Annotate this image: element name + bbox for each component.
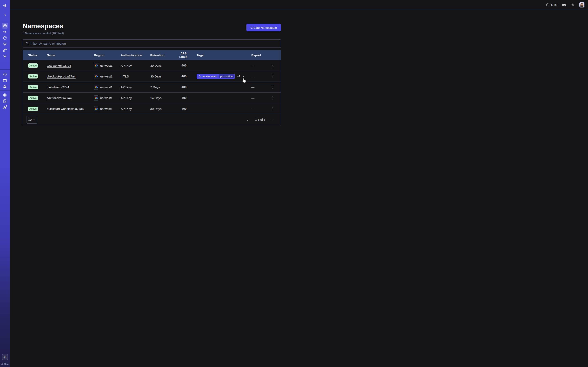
auth-label: API Key xyxy=(121,64,150,67)
sidebar-item-getting-started[interactable] xyxy=(2,104,8,110)
status-badge: Active xyxy=(28,85,38,89)
table-row: Active sdk-failover.a27a4 us-west1 API K… xyxy=(23,92,281,103)
region-label: us-west1 xyxy=(100,64,112,67)
eye-spiral-icon xyxy=(3,30,7,34)
col-name: Name xyxy=(47,53,94,57)
chevron-down-icon xyxy=(242,75,245,77)
gcp-cloud-icon xyxy=(94,63,98,68)
row-menu-button[interactable] xyxy=(272,74,274,79)
gauge-icon xyxy=(3,72,7,76)
retention-label: 30 Days xyxy=(150,75,173,78)
tag-icon xyxy=(199,75,201,78)
sidebar-item-usage[interactable] xyxy=(2,71,8,77)
col-status: Status xyxy=(28,53,47,57)
page-title: Namespaces xyxy=(23,22,64,30)
sidebar-item-workflows[interactable] xyxy=(2,29,8,35)
col-retention: Retention xyxy=(150,53,173,57)
col-region: Region xyxy=(94,53,121,57)
aps-limit-value: 400 xyxy=(173,85,187,89)
sidebar-item-support[interactable] xyxy=(2,92,8,98)
status-badge: Active xyxy=(28,74,38,78)
export-value: — xyxy=(251,107,268,110)
status-badge: Active xyxy=(28,63,38,68)
namespace-link[interactable]: globalizer.a27a4 xyxy=(47,85,69,89)
auth-label: API Key xyxy=(121,96,150,100)
sidebar-item-billing[interactable] xyxy=(2,77,8,83)
asterisk-icon xyxy=(3,54,7,58)
aps-limit-value: 400 xyxy=(173,75,187,78)
region-label: us-west1 xyxy=(100,96,112,100)
topbar: UTC xyxy=(10,0,294,10)
tags-expander[interactable]: +1 xyxy=(237,75,245,78)
sidebar-expand-chevron-icon[interactable] xyxy=(2,12,8,18)
aps-limit-value: 400 xyxy=(173,107,187,110)
export-value: — xyxy=(251,75,268,78)
sidebar-divider xyxy=(0,91,10,91)
export-value: — xyxy=(251,85,268,89)
tag-key: environment xyxy=(203,75,217,78)
row-menu-button[interactable] xyxy=(272,63,274,68)
kebab-icon xyxy=(273,75,273,78)
lifebuoy-icon xyxy=(3,93,7,97)
tags-more-count: +1 xyxy=(237,75,240,78)
gcp-cloud-icon xyxy=(94,74,98,79)
aps-limit-value: 400 xyxy=(173,96,187,100)
retention-label: 30 Days xyxy=(150,64,173,67)
sidebar: $ 2.35.1 xyxy=(0,0,10,184)
col-tags: Tags xyxy=(187,53,251,57)
page-subtitle: 5 Namespaces created (100 limit) xyxy=(23,32,64,35)
sidebar-item-nexus[interactable] xyxy=(2,53,8,59)
namespaces-table: Status Name Region Authentication Retent… xyxy=(23,50,281,125)
kebab-icon xyxy=(273,107,273,110)
kebab-icon xyxy=(273,64,273,67)
auth-label: mTLS xyxy=(121,75,150,78)
sidebar-item-settings[interactable] xyxy=(2,83,8,90)
row-menu-button[interactable] xyxy=(272,106,274,111)
row-menu-button[interactable] xyxy=(272,95,274,100)
workflow-branch-icon xyxy=(3,48,7,52)
timer-icon xyxy=(3,36,7,40)
namespace-link[interactable]: test-worker.a27a4 xyxy=(47,64,71,67)
sidebar-item-batch-operations[interactable] xyxy=(2,47,8,53)
create-namespace-button[interactable]: Create Namespace xyxy=(246,24,281,31)
table-row: Active test-worker.a27a4 us-west1 API Ke… xyxy=(23,60,281,71)
retention-label: 14 Days xyxy=(150,96,173,100)
page-size-value: 10 xyxy=(28,118,32,121)
temporal-logo[interactable] xyxy=(2,3,8,9)
col-aps-limit: APS Limit xyxy=(173,52,187,58)
table-row: Active quickstart-workflows.a27a4 us-wes… xyxy=(23,103,281,114)
table-header-row: Status Name Region Authentication Retent… xyxy=(23,50,281,60)
tag-pill[interactable]: environment production xyxy=(197,74,235,79)
retention-label: 30 Days xyxy=(150,107,173,110)
export-value: — xyxy=(251,96,268,100)
namespace-link[interactable]: sdk-failover.a27a4 xyxy=(47,96,72,100)
retention-label: 7 Days xyxy=(150,85,173,89)
gcp-cloud-icon xyxy=(94,95,98,100)
sidebar-item-deployments[interactable] xyxy=(2,41,8,47)
next-page-button[interactable]: → xyxy=(270,118,274,122)
status-badge: Active xyxy=(28,107,38,111)
region-label: us-west1 xyxy=(100,75,112,78)
sidebar-item-namespaces[interactable] xyxy=(2,23,8,29)
cube-icon xyxy=(3,24,7,28)
auth-label: API Key xyxy=(121,107,150,110)
rocket-icon xyxy=(3,105,7,109)
sidebar-item-docs[interactable] xyxy=(2,98,8,104)
namespace-link[interactable]: quickstart-workflows.a27a4 xyxy=(47,107,84,110)
auth-label: API Key xyxy=(121,85,150,89)
row-menu-button[interactable] xyxy=(272,85,274,90)
region-label: us-west1 xyxy=(100,85,112,89)
book-sparkles-icon xyxy=(3,99,7,103)
credit-card-icon xyxy=(3,78,7,83)
gcp-cloud-icon xyxy=(94,85,98,90)
filter-input[interactable] xyxy=(31,42,278,45)
namespace-link[interactable]: checkout-prod.a27a4 xyxy=(47,75,76,78)
col-authentication: Authentication xyxy=(121,53,150,57)
table-pagination: 10 ← 1-5 of 5 → xyxy=(23,114,281,125)
sidebar-item-schedules[interactable] xyxy=(2,35,8,41)
export-value: — xyxy=(251,64,268,67)
region-label: us-west1 xyxy=(100,107,112,110)
page-size-select[interactable]: 10 xyxy=(26,116,37,124)
previous-page-button[interactable]: ← xyxy=(246,118,250,122)
table-row: Active checkout-prod.a27a4 us-west1 mTLS… xyxy=(23,71,281,82)
